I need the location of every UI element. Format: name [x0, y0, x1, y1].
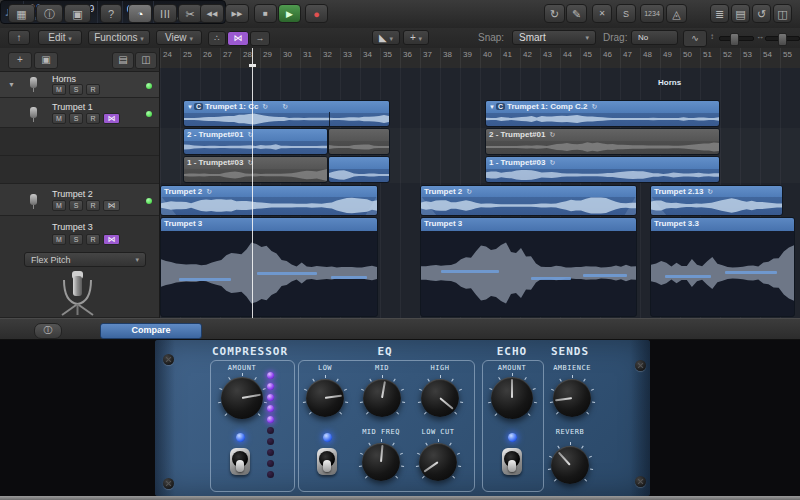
tracks-arrange-area[interactable]: Horns ▼CTrumpet 1: Cc↻↻ ▼CTrumpet 1: Com…: [160, 68, 800, 318]
flex-pitch-region-trumpet3[interactable]: Trumpet 3: [160, 217, 378, 317]
flex-button[interactable]: ⋈: [103, 113, 120, 124]
take-region-selected[interactable]: 2 - Trumpet#01↻: [183, 128, 328, 155]
flex-button[interactable]: ⋈: [103, 200, 120, 211]
track-name[interactable]: Trumpet 1: [52, 102, 93, 112]
eq-lowcut-knob[interactable]: [419, 443, 457, 481]
pitch-bar[interactable]: [179, 278, 231, 281]
take-lane-header-2[interactable]: [0, 128, 159, 156]
pitch-bar[interactable]: [725, 271, 777, 274]
pitch-bar[interactable]: [257, 272, 317, 275]
solo-button[interactable]: S: [69, 84, 83, 95]
compressor-toggle-switch[interactable]: [227, 446, 253, 478]
flex-pitch-region-trumpet3[interactable]: Trumpet 3: [420, 217, 637, 317]
mute-button[interactable]: M: [52, 113, 66, 124]
info-button[interactable]: ⓘ: [34, 323, 62, 339]
waveform-zoom-icon[interactable]: ∿: [683, 30, 707, 47]
track-zoom-button[interactable]: ◫: [135, 52, 157, 69]
command-click-tool-menu[interactable]: + ▾: [403, 30, 429, 45]
snap-dropdown[interactable]: Smart▾: [512, 30, 596, 45]
mute-button[interactable]: M: [52, 84, 66, 95]
bar-ruler[interactable]: 2425262728293031323334353637383940414243…: [160, 48, 800, 69]
list-editors-icon[interactable]: ≣: [710, 4, 729, 23]
eq-toggle-switch[interactable]: [314, 446, 340, 478]
library-icon[interactable]: ▦: [8, 4, 35, 23]
compressor-amount-knob[interactable]: [221, 377, 263, 419]
forward-button[interactable]: ▶▶: [225, 4, 249, 23]
inspector-icon[interactable]: ⓘ: [36, 4, 63, 23]
eq-midfreq-knob[interactable]: [362, 443, 400, 481]
metronome-icon[interactable]: ◬: [666, 4, 687, 23]
track-name[interactable]: Trumpet 2: [52, 189, 93, 199]
pointer-tool-menu[interactable]: ◣ ▾: [372, 30, 400, 45]
record-button[interactable]: ●: [305, 4, 328, 23]
flex-icon[interactable]: ⋈: [227, 31, 249, 46]
autopunch-icon[interactable]: ✎: [566, 4, 587, 23]
track-header-trumpet-1[interactable]: Trumpet 1 M S R ⋈: [0, 98, 159, 128]
solo-button[interactable]: S: [69, 234, 83, 245]
replace-icon[interactable]: ✕: [592, 4, 612, 23]
audio-region-trumpet2-13[interactable]: Trumpet 2.13↻: [650, 185, 783, 216]
play-button[interactable]: ▶: [278, 4, 301, 23]
playhead[interactable]: [252, 48, 253, 318]
pitch-bar[interactable]: [583, 274, 627, 277]
audio-region-trumpet2[interactable]: Trumpet 2↻: [160, 185, 378, 216]
quick-help-icon[interactable]: ?: [100, 4, 122, 23]
mute-button[interactable]: M: [52, 234, 66, 245]
compare-button[interactable]: Compare: [100, 323, 202, 339]
eq-high-knob[interactable]: [421, 379, 459, 417]
record-enable-button[interactable]: R: [86, 234, 100, 245]
stop-button[interactable]: ■: [254, 4, 277, 23]
track-name[interactable]: Horns: [52, 74, 76, 84]
audio-region-trumpet2[interactable]: Trumpet 2↻: [420, 185, 637, 216]
solo-button[interactable]: S: [69, 113, 83, 124]
take-region-selected[interactable]: [328, 156, 390, 183]
track-sort-button[interactable]: ▤: [112, 52, 134, 69]
take-folder-region[interactable]: ▼CTrumpet 1: Comp C.2↻: [485, 100, 720, 127]
take-region-unselected[interactable]: [328, 128, 390, 155]
take-region-unselected[interactable]: 1 - Trumpet#03↻: [183, 156, 328, 183]
disclosure-triangle-icon[interactable]: ▼: [8, 81, 15, 88]
panel-resize-handle[interactable]: [0, 496, 800, 500]
pitch-bar[interactable]: [441, 270, 499, 273]
edit-menu[interactable]: Edit ▾: [38, 30, 82, 45]
flex-pitch-region-trumpet3-3[interactable]: Trumpet 3.3: [650, 217, 795, 317]
mixer-icon[interactable]: ☰: [153, 4, 177, 23]
toolbar-icon[interactable]: ▣: [64, 4, 91, 23]
echo-toggle-switch[interactable]: [499, 446, 525, 478]
flex-button[interactable]: ⋈: [103, 234, 120, 245]
record-enable-button[interactable]: R: [86, 113, 100, 124]
horizontal-zoom-slider[interactable]: [765, 36, 800, 41]
count-in-icon[interactable]: 1234: [640, 4, 664, 23]
eq-mid-knob[interactable]: [363, 379, 401, 417]
mute-button[interactable]: M: [52, 200, 66, 211]
solo-mode-icon[interactable]: S: [616, 4, 636, 23]
take-folder-region[interactable]: ▼CTrumpet 1: Cc↻↻: [183, 100, 390, 127]
track-header-horns[interactable]: ▼ Horns M S R: [0, 72, 159, 98]
echo-amount-knob[interactable]: [491, 377, 533, 419]
cycle-icon[interactable]: ↻: [544, 4, 565, 23]
vertical-zoom-slider[interactable]: [719, 36, 754, 41]
record-enable-button[interactable]: R: [86, 84, 100, 95]
rewind-button[interactable]: ◀◀: [200, 4, 224, 23]
sends-reverb-knob[interactable]: [551, 446, 589, 484]
track-header-trumpet-3[interactable]: Trumpet 3 M S R ⋈ Flex Pitch▾: [0, 216, 159, 318]
sends-ambience-knob[interactable]: [553, 379, 591, 417]
flex-mode-dropdown[interactable]: Flex Pitch▾: [24, 252, 146, 267]
smart-controls-icon[interactable]: ◔: [128, 4, 152, 23]
apple-loops-icon[interactable]: ↺: [752, 4, 771, 23]
browsers-icon[interactable]: ◫: [773, 4, 792, 23]
catch-playhead-icon[interactable]: →: [250, 31, 270, 46]
record-enable-button[interactable]: R: [86, 200, 100, 211]
take-region-selected[interactable]: 1 - Trumpet#03↻: [485, 156, 720, 183]
solo-button[interactable]: S: [69, 200, 83, 211]
track-name[interactable]: Trumpet 3: [52, 222, 93, 232]
functions-menu[interactable]: Functions ▾: [88, 30, 150, 45]
duplicate-track-button[interactable]: ▣: [34, 52, 58, 69]
hide-button[interactable]: ↑: [8, 30, 30, 45]
add-track-button[interactable]: +: [8, 52, 32, 69]
take-lane-header-1[interactable]: [0, 156, 159, 184]
take-region-unselected[interactable]: 2 - Trumpet#01↻: [485, 128, 720, 155]
track-header-trumpet-2[interactable]: Trumpet 2 M S R ⋈: [0, 184, 159, 216]
eq-low-knob[interactable]: [306, 379, 344, 417]
pitch-bar[interactable]: [331, 276, 367, 279]
